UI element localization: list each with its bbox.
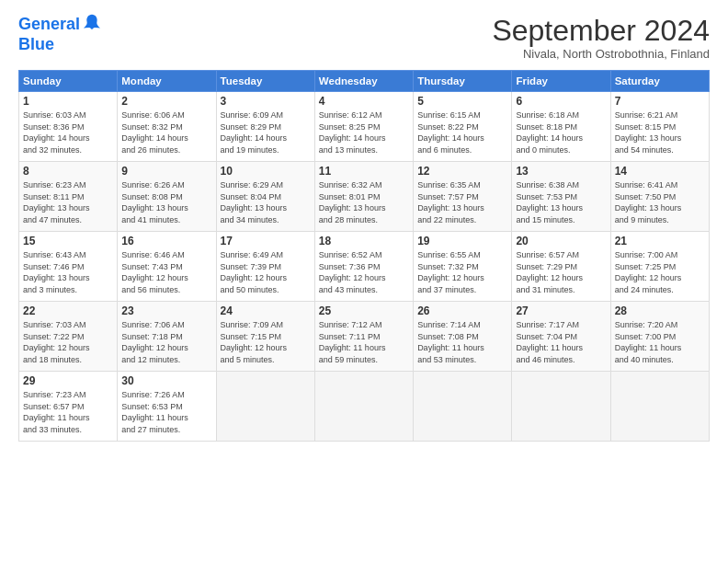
- table-row: 15Sunrise: 6:43 AM Sunset: 7:46 PM Dayli…: [19, 232, 118, 302]
- day-info: Sunrise: 6:46 AM Sunset: 7:43 PM Dayligh…: [121, 249, 211, 295]
- table-row: 22Sunrise: 7:03 AM Sunset: 7:22 PM Dayli…: [19, 302, 118, 372]
- logo-icon: [82, 13, 102, 33]
- day-info: Sunrise: 7:26 AM Sunset: 6:53 PM Dayligh…: [121, 389, 211, 435]
- header-row: Sunday Monday Tuesday Wednesday Thursday…: [19, 71, 710, 92]
- month-title: September 2024: [492, 15, 710, 47]
- day-number: 15: [23, 235, 113, 247]
- day-number: 5: [417, 95, 507, 108]
- day-info: Sunrise: 7:14 AM Sunset: 7:08 PM Dayligh…: [417, 319, 507, 365]
- day-info: Sunrise: 6:43 AM Sunset: 7:46 PM Dayligh…: [23, 249, 113, 295]
- day-number: 6: [516, 95, 606, 108]
- col-friday: Friday: [512, 71, 610, 92]
- table-row: [512, 372, 610, 442]
- table-row: [216, 372, 314, 442]
- day-number: 8: [23, 165, 113, 178]
- table-row: 23Sunrise: 7:06 AM Sunset: 7:18 PM Dayli…: [118, 302, 216, 372]
- day-info: Sunrise: 6:49 AM Sunset: 7:39 PM Dayligh…: [221, 249, 311, 295]
- day-info: Sunrise: 6:32 AM Sunset: 8:01 PM Dayligh…: [319, 179, 409, 225]
- table-row: 13Sunrise: 6:38 AM Sunset: 7:53 PM Dayli…: [512, 162, 610, 232]
- day-number: 28: [615, 304, 705, 317]
- table-row: 26Sunrise: 7:14 AM Sunset: 7:08 PM Dayli…: [414, 302, 512, 372]
- table-row: 20Sunrise: 6:57 AM Sunset: 7:29 PM Dayli…: [512, 232, 610, 302]
- col-tuesday: Tuesday: [216, 71, 314, 92]
- day-number: 12: [417, 165, 507, 178]
- day-number: 16: [121, 235, 211, 247]
- day-number: 29: [23, 374, 113, 387]
- day-number: 9: [121, 165, 211, 178]
- day-number: 1: [23, 95, 113, 108]
- day-number: 10: [221, 165, 311, 178]
- day-info: Sunrise: 6:23 AM Sunset: 8:11 PM Dayligh…: [23, 179, 113, 225]
- calendar-table: Sunday Monday Tuesday Wednesday Thursday…: [18, 70, 710, 442]
- week-row-4: 22Sunrise: 7:03 AM Sunset: 7:22 PM Dayli…: [19, 302, 710, 372]
- logo: General Blue: [18, 15, 102, 54]
- col-saturday: Saturday: [610, 71, 709, 92]
- day-info: Sunrise: 7:09 AM Sunset: 7:15 PM Dayligh…: [221, 319, 311, 365]
- table-row: 1Sunrise: 6:03 AM Sunset: 8:36 PM Daylig…: [19, 92, 118, 162]
- table-row: 19Sunrise: 6:55 AM Sunset: 7:32 PM Dayli…: [414, 232, 512, 302]
- day-number: 14: [615, 165, 705, 178]
- day-info: Sunrise: 7:03 AM Sunset: 7:22 PM Dayligh…: [23, 319, 113, 365]
- day-number: 22: [23, 304, 113, 317]
- day-number: 26: [417, 304, 507, 317]
- day-number: 18: [319, 235, 409, 247]
- day-number: 23: [121, 304, 211, 317]
- day-info: Sunrise: 7:23 AM Sunset: 6:57 PM Dayligh…: [23, 389, 113, 435]
- table-row: 30Sunrise: 7:26 AM Sunset: 6:53 PM Dayli…: [118, 372, 216, 442]
- day-info: Sunrise: 6:55 AM Sunset: 7:32 PM Dayligh…: [417, 249, 507, 295]
- table-row: 14Sunrise: 6:41 AM Sunset: 7:50 PM Dayli…: [610, 162, 709, 232]
- day-number: 20: [516, 235, 606, 247]
- day-number: 19: [417, 235, 507, 247]
- day-info: Sunrise: 6:26 AM Sunset: 8:08 PM Dayligh…: [121, 179, 211, 225]
- table-row: 4Sunrise: 6:12 AM Sunset: 8:25 PM Daylig…: [314, 92, 413, 162]
- col-sunday: Sunday: [19, 71, 118, 92]
- page: General Blue September 2024 Nivala, Nort…: [0, 0, 728, 563]
- day-number: 2: [121, 95, 211, 108]
- day-info: Sunrise: 6:18 AM Sunset: 8:18 PM Dayligh…: [516, 109, 606, 155]
- day-info: Sunrise: 6:15 AM Sunset: 8:22 PM Dayligh…: [417, 109, 507, 155]
- table-row: 5Sunrise: 6:15 AM Sunset: 8:22 PM Daylig…: [414, 92, 512, 162]
- day-info: Sunrise: 6:06 AM Sunset: 8:32 PM Dayligh…: [121, 109, 211, 155]
- table-row: 25Sunrise: 7:12 AM Sunset: 7:11 PM Dayli…: [314, 302, 413, 372]
- table-row: 11Sunrise: 6:32 AM Sunset: 8:01 PM Dayli…: [314, 162, 413, 232]
- day-number: 4: [319, 95, 409, 108]
- table-row: 27Sunrise: 7:17 AM Sunset: 7:04 PM Dayli…: [512, 302, 610, 372]
- table-row: 28Sunrise: 7:20 AM Sunset: 7:00 PM Dayli…: [610, 302, 709, 372]
- table-row: [414, 372, 512, 442]
- day-number: 27: [516, 304, 606, 317]
- day-info: Sunrise: 7:20 AM Sunset: 7:00 PM Dayligh…: [615, 319, 705, 365]
- day-number: 3: [221, 95, 311, 108]
- table-row: 9Sunrise: 6:26 AM Sunset: 8:08 PM Daylig…: [118, 162, 216, 232]
- table-row: 29Sunrise: 7:23 AM Sunset: 6:57 PM Dayli…: [19, 372, 118, 442]
- week-row-2: 8Sunrise: 6:23 AM Sunset: 8:11 PM Daylig…: [19, 162, 710, 232]
- day-info: Sunrise: 6:03 AM Sunset: 8:36 PM Dayligh…: [23, 109, 113, 155]
- col-wednesday: Wednesday: [314, 71, 413, 92]
- day-number: 7: [615, 95, 705, 108]
- table-row: [314, 372, 413, 442]
- table-row: 16Sunrise: 6:46 AM Sunset: 7:43 PM Dayli…: [118, 232, 216, 302]
- day-info: Sunrise: 7:06 AM Sunset: 7:18 PM Dayligh…: [121, 319, 211, 365]
- header: General Blue September 2024 Nivala, Nort…: [18, 15, 710, 61]
- week-row-5: 29Sunrise: 7:23 AM Sunset: 6:57 PM Dayli…: [19, 372, 710, 442]
- table-row: 3Sunrise: 6:09 AM Sunset: 8:29 PM Daylig…: [216, 92, 314, 162]
- table-row: 10Sunrise: 6:29 AM Sunset: 8:04 PM Dayli…: [216, 162, 314, 232]
- day-info: Sunrise: 6:21 AM Sunset: 8:15 PM Dayligh…: [615, 109, 705, 155]
- table-row: 18Sunrise: 6:52 AM Sunset: 7:36 PM Dayli…: [314, 232, 413, 302]
- day-number: 11: [319, 165, 409, 178]
- day-info: Sunrise: 6:41 AM Sunset: 7:50 PM Dayligh…: [615, 179, 705, 225]
- day-info: Sunrise: 6:12 AM Sunset: 8:25 PM Dayligh…: [319, 109, 409, 155]
- col-thursday: Thursday: [414, 71, 512, 92]
- day-number: 17: [221, 235, 311, 247]
- subtitle: Nivala, North Ostrobothnia, Finland: [492, 47, 710, 61]
- day-number: 13: [516, 165, 606, 178]
- week-row-3: 15Sunrise: 6:43 AM Sunset: 7:46 PM Dayli…: [19, 232, 710, 302]
- table-row: 6Sunrise: 6:18 AM Sunset: 8:18 PM Daylig…: [512, 92, 610, 162]
- day-info: Sunrise: 6:35 AM Sunset: 7:57 PM Dayligh…: [417, 179, 507, 225]
- table-row: 7Sunrise: 6:21 AM Sunset: 8:15 PM Daylig…: [610, 92, 709, 162]
- table-row: 12Sunrise: 6:35 AM Sunset: 7:57 PM Dayli…: [414, 162, 512, 232]
- table-row: 2Sunrise: 6:06 AM Sunset: 8:32 PM Daylig…: [118, 92, 216, 162]
- day-info: Sunrise: 6:09 AM Sunset: 8:29 PM Dayligh…: [221, 109, 311, 155]
- day-info: Sunrise: 6:52 AM Sunset: 7:36 PM Dayligh…: [319, 249, 409, 295]
- col-monday: Monday: [118, 71, 216, 92]
- title-block: September 2024 Nivala, North Ostrobothni…: [492, 15, 710, 61]
